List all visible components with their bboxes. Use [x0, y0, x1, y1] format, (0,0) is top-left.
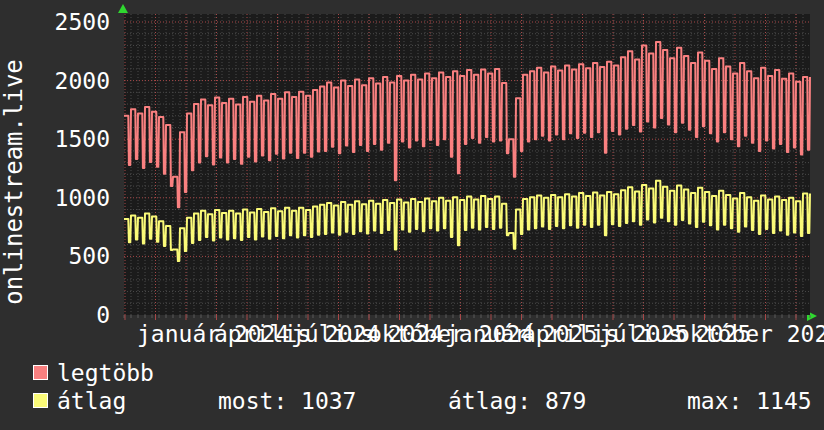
y-tick-label: 2500	[20, 9, 110, 35]
y-tick-label: 2000	[20, 68, 110, 94]
x-tick-label: október 2025	[676, 320, 824, 348]
legend-swatch-atlag	[33, 393, 48, 408]
legend-label-atlag: átlag	[57, 388, 126, 414]
stat-max: max: 1145	[687, 388, 812, 414]
stat-atlag: átlag: 879	[448, 388, 586, 414]
legend-label-legtobb: legtöbb	[57, 360, 154, 386]
y-tick-label: 1500	[20, 126, 110, 152]
legend-swatch-legtobb	[33, 365, 48, 380]
y-axis-arrow-icon	[118, 4, 128, 13]
series-átlag	[124, 181, 810, 261]
y-tick-label: 1000	[20, 185, 110, 211]
plot-area	[124, 14, 810, 315]
y-tick-label: 500	[20, 243, 110, 269]
stat-most: most: 1037	[218, 388, 356, 414]
rrd-graph: onlinestream.live 05001000150020002500 j…	[0, 0, 824, 430]
chart-canvas	[124, 14, 810, 320]
x-axis-labels: január 2024április 2024július 2024októbe…	[0, 320, 824, 348]
